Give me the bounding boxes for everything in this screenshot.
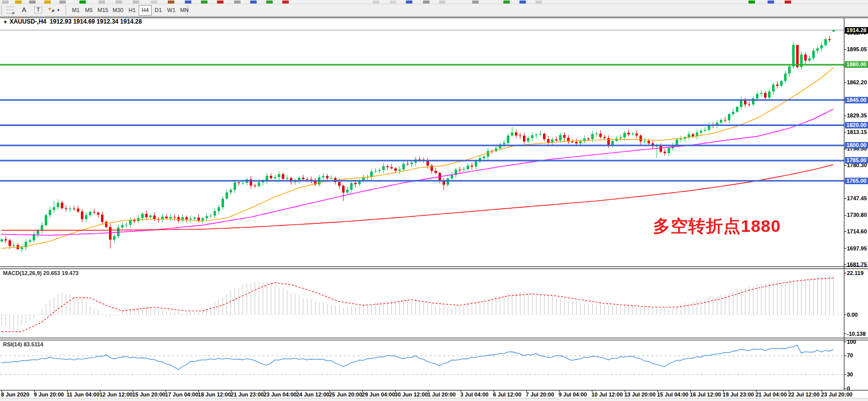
time-axis[interactable]: 8 Jun 20209 Jun 20:0011 Jun 04:0012 Jun … (0, 390, 868, 398)
price-tick-label: 1895.05 (847, 46, 868, 52)
time-axis-label: 9 Jul 04:00 (559, 391, 587, 397)
time-axis-label: 22 Jul 12:00 (788, 391, 819, 397)
level-badge-1765.00: 1765.00 (845, 178, 868, 184)
ohlc-values: 1912.93 1914.69 1912.34 1914.28 (50, 18, 142, 25)
time-axis-label: 8 Jun 2020 (1, 391, 29, 397)
chart-title: ▼XAUUSD-,H4 1912.93 1914.69 1912.34 1914… (3, 18, 142, 25)
price-tick-label: 1813.15 (847, 129, 868, 135)
macd-value: 20.653 (43, 270, 60, 276)
time-axis-label: 9 Jun 20:00 (34, 391, 64, 397)
time-axis-label: 7 Jul 20:00 (526, 391, 554, 397)
level-badge-1800.00: 1800.00 (845, 142, 868, 149)
time-axis-label: 19 Jul 23:00 (723, 391, 754, 397)
level-badge-1820.00: 1820.00 (845, 122, 868, 128)
price-tick-label: 1697.95 (847, 245, 868, 251)
rsi-scale-label: 100 (847, 339, 856, 345)
macd-scale-label: -10.138 (847, 331, 865, 337)
time-axis-label: 6 Jul 12:00 (493, 391, 521, 397)
time-axis-label: 13 Jul 20:00 (624, 391, 656, 397)
price-tick-label: 1862.20 (847, 79, 868, 85)
time-axis-label: 17 Jun 04:00 (165, 391, 198, 397)
price-tick-label: 1829.35 (847, 112, 868, 118)
time-axis-label: 30 Jun 12:00 (395, 391, 428, 397)
time-axis-label: 3 Jul 04:00 (460, 391, 488, 397)
macd-indicator-label: MACD(12,26,9) 20.653 19.473 (3, 270, 78, 276)
time-axis-label: 11 Jun 04:00 (67, 391, 99, 397)
symbol-label: XAUUSD-,H4 (10, 18, 46, 25)
rsi-value: 83.5114 (24, 341, 43, 347)
rsi-indicator-label: RSI(14) 83.5114 (3, 341, 43, 347)
time-axis-label: 16 Jul 12:00 (690, 391, 721, 397)
time-axis-label: 21 Jul 04:00 (755, 391, 787, 397)
level-badge-1880.00: 1880.00 (845, 61, 868, 68)
collapse-arrow-icon: ▼ (3, 20, 8, 25)
level-badge-1785.00: 1785.00 (845, 157, 868, 164)
time-axis-label: 15 Jul 04:00 (657, 391, 688, 397)
time-axis-label: 23 Jul 20:00 (821, 391, 852, 397)
rsi-scale-label: 30 (847, 371, 853, 377)
price-tick-label: 1730.80 (847, 212, 868, 218)
time-axis-label: 29 Jun 04:00 (362, 391, 395, 397)
time-axis-label: 18 Jun 12:00 (198, 391, 231, 397)
time-axis-label: 10 Jul 12:00 (591, 391, 622, 397)
time-axis-label: 12 Jun 12:00 (99, 391, 133, 397)
price-tick-label: 1681.75 (847, 261, 868, 268)
level-badge-1845.00: 1845.00 (845, 97, 868, 103)
chart-annotation-text: 多空转折点1880 (653, 215, 781, 238)
time-axis-label: 23 Jun 04:00 (263, 391, 296, 397)
price-tick-label: 1714.60 (847, 228, 868, 234)
price-axis[interactable]: 1911.701895.051878.851862.201845.551829.… (844, 0, 868, 401)
chart-canvas[interactable] (0, 0, 868, 401)
time-axis-label: 1 Jul 20:00 (427, 391, 456, 397)
macd-signal-value: 19.473 (62, 270, 79, 276)
rsi-scale-label: 70 (847, 352, 853, 358)
time-axis-label: 25 Jun 20:00 (329, 391, 362, 397)
current-price-badge: 1914.28 (845, 27, 868, 34)
window-bottom-strip (0, 398, 868, 401)
mt4-window: F A T ▾ M1M5M15M30H1H4D1W1MN ▼XAUUSD-,H4… (0, 0, 868, 401)
time-axis-label: 21 Jun 23:00 (231, 391, 264, 397)
time-axis-label: 24 Jun 12:00 (296, 391, 330, 397)
macd-scale-label: 0.00 (847, 312, 857, 318)
price-tick-label: 1747.45 (847, 195, 868, 201)
macd-scale-label: 22.119 (847, 270, 863, 276)
time-axis-label: 15 Jun 20:00 (132, 391, 165, 397)
